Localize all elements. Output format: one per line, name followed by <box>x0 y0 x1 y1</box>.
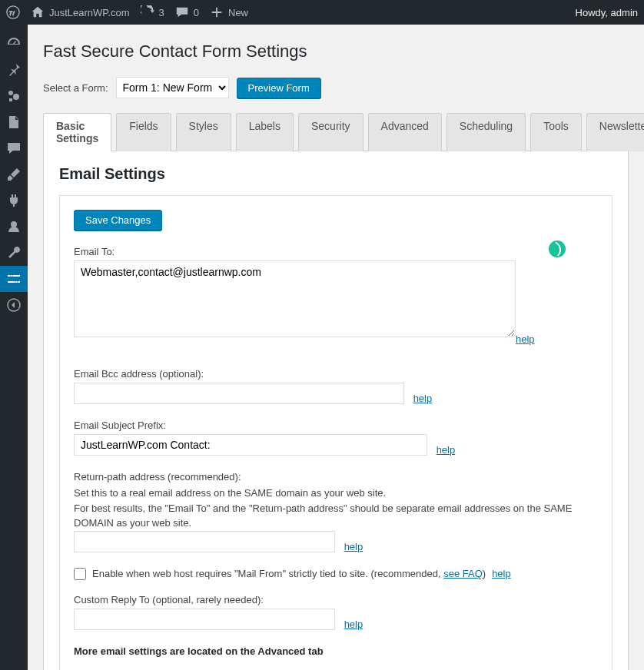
comments-link[interactable]: 0 <box>175 5 199 19</box>
settings-tabs: Basic Settings Fields Styles Labels Secu… <box>43 112 629 151</box>
subject-help-link[interactable]: help <box>437 444 456 456</box>
wrench-icon <box>6 245 22 260</box>
subject-field: Email Subject Prefix: help <box>74 420 598 456</box>
subject-input[interactable] <box>74 434 427 456</box>
email-to-label: Email To: <box>74 246 598 257</box>
admin-bar: JustLearnWP.com 3 0 New Howdy, admin <box>0 0 644 25</box>
sidebar-plugins[interactable] <box>0 187 28 214</box>
refresh-icon <box>141 5 154 19</box>
sidebar-tools[interactable] <box>0 240 28 266</box>
wp-logo-icon[interactable] <box>6 5 20 19</box>
subject-label: Email Subject Prefix: <box>74 420 598 431</box>
dashboard-icon <box>6 36 22 51</box>
admin-sidebar <box>0 25 28 670</box>
media-icon <box>6 88 22 104</box>
comment-icon <box>6 141 22 156</box>
howdy-link[interactable]: Howdy, admin <box>576 7 638 18</box>
bcc-input[interactable] <box>74 383 404 404</box>
user-icon <box>6 219 22 234</box>
select-form-label: Select a Form: <box>43 82 108 94</box>
pin-icon <box>6 62 22 78</box>
sidebar-collapse[interactable] <box>0 292 28 318</box>
mail-from-help-link[interactable]: help <box>492 568 511 579</box>
updates-link[interactable]: 3 <box>141 5 164 19</box>
tab-labels[interactable]: Labels <box>236 113 294 151</box>
preview-form-button[interactable]: Preview Form <box>237 78 321 98</box>
bcc-field: Email Bcc address (optional): help <box>74 368 598 404</box>
howdy-text: Howdy, admin <box>576 7 638 18</box>
return-path-desc2: For best results, the "Email To" and the… <box>74 501 598 531</box>
return-path-help-link[interactable]: help <box>344 541 363 552</box>
form-selector[interactable]: Form 1: New Form <box>116 77 229 98</box>
email-to-input[interactable]: Webmaster,contact@justlearnwp.com <box>74 260 516 337</box>
page-icon <box>6 114 22 130</box>
mail-from-checkbox[interactable] <box>74 568 86 580</box>
tab-basic-settings[interactable]: Basic Settings <box>43 113 111 151</box>
reply-to-label: Custom Reply To (optional, rarely needed… <box>74 594 598 605</box>
sidebar-settings[interactable] <box>0 266 28 292</box>
tab-tools[interactable]: Tools <box>530 113 582 151</box>
plus-icon <box>210 5 224 19</box>
sidebar-posts[interactable] <box>0 57 28 83</box>
reply-to-input[interactable] <box>74 609 335 630</box>
sidebar-appearance[interactable] <box>0 161 28 187</box>
return-path-input[interactable] <box>74 531 335 552</box>
sidebar-users[interactable] <box>0 214 28 240</box>
tab-fields[interactable]: Fields <box>116 113 171 151</box>
brush-icon <box>6 167 22 182</box>
updates-count: 3 <box>159 7 164 18</box>
return-path-field: Return-path address (recommended): Set t… <box>74 471 598 552</box>
home-icon <box>31 5 45 19</box>
sidebar-pages[interactable] <box>0 109 28 135</box>
tab-scheduling[interactable]: Scheduling <box>446 113 526 151</box>
page-title: Fast Secure Contact Form Settings <box>43 41 629 61</box>
mail-from-label-wrap: Enable when web host requires "Mail From… <box>92 568 486 579</box>
mail-from-label: Enable when web host requires "Mail From… <box>92 568 443 579</box>
return-path-label: Return-path address (recommended): <box>74 471 598 483</box>
comments-count: 0 <box>194 7 199 18</box>
new-content-link[interactable]: New <box>210 5 248 19</box>
site-name-label: JustLearnWP.com <box>49 7 130 18</box>
new-label: New <box>228 7 248 18</box>
tab-security[interactable]: Security <box>298 113 363 151</box>
reply-to-help-link[interactable]: help <box>344 619 363 630</box>
section-title: Email Settings <box>59 165 612 183</box>
collapse-icon <box>6 297 22 313</box>
tab-panel: Email Settings Save Changes Email To: We… <box>43 151 629 670</box>
comment-icon <box>175 5 189 19</box>
see-faq-link[interactable]: see FAQ <box>443 568 483 579</box>
adminbar-left: JustLearnWP.com 3 0 New <box>6 5 248 19</box>
mail-from-label-end: ) <box>483 568 486 579</box>
sidebar-media[interactable] <box>0 83 28 109</box>
bcc-label: Email Bcc address (optional): <box>74 368 598 380</box>
slider-icon <box>6 271 22 287</box>
site-name-link[interactable]: JustLearnWP.com <box>31 5 130 19</box>
mail-from-row: Enable when web host requires "Mail From… <box>74 568 598 580</box>
email-to-field: Email To: Webmaster,contact@justlearnwp.… <box>74 246 598 353</box>
tab-advanced[interactable]: Advanced <box>368 113 442 151</box>
reply-to-field: Custom Reply To (optional, rarely needed… <box>74 594 598 630</box>
sidebar-dashboard[interactable] <box>0 31 28 57</box>
email-to-help-link[interactable]: help <box>516 333 535 345</box>
main-content: Fast Secure Contact Form Settings Select… <box>28 25 644 670</box>
grammarly-icon[interactable] <box>549 240 566 257</box>
return-path-desc1: Set this to a real email address on the … <box>74 486 598 501</box>
tab-styles[interactable]: Styles <box>176 113 231 151</box>
advanced-note: More email settings are located on the A… <box>74 645 598 657</box>
plugin-icon <box>6 193 22 208</box>
save-changes-button-top[interactable]: Save Changes <box>74 210 162 231</box>
bcc-help-link[interactable]: help <box>413 393 433 404</box>
form-select-row: Select a Form: Form 1: New Form Preview … <box>43 77 629 98</box>
tab-newsletter[interactable]: Newsletter <box>586 113 644 151</box>
sidebar-comments[interactable] <box>0 135 28 161</box>
email-settings-box: Save Changes Email To: Webmaster,contact… <box>59 195 612 670</box>
